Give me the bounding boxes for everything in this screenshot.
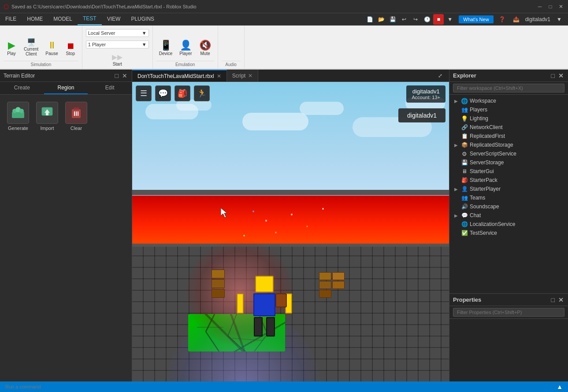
simulation-label: Simulation [4,61,78,67]
chat-expand-icon[interactable]: ▶ [453,212,459,218]
properties-close-button[interactable]: ✕ [557,296,564,303]
explorer-close-button[interactable]: ✕ [557,72,564,79]
share-icon[interactable]: 📤 [511,14,522,25]
viewport[interactable]: ☰ 💬 🎒 🏃 digitaladv1 Account: 13+ digital… [132,82,449,381]
close-button[interactable]: ✕ [557,3,564,10]
editor-tab-main-close[interactable]: ✕ [217,73,221,79]
menu-file[interactable]: FILE [0,13,22,25]
tree-item-localizationservice[interactable]: 🌐 LocalizationService [449,220,568,229]
tree-item-networkclient[interactable]: 🔗 NetworkClient [449,123,568,132]
tree-item-teams[interactable]: 👥 Teams [449,193,568,202]
start-icon: ▶▶ [112,54,123,61]
start-button[interactable]: ▶▶ Start [108,52,126,69]
terrain-tab-create[interactable]: Create [0,82,44,94]
char-backpack [275,293,287,307]
workspace-expand-icon[interactable]: ▶ [453,98,459,104]
tree-item-workspace[interactable]: ▶ 🌐 Workspace [449,96,568,105]
editor-tabs-right: ⤢ [435,70,449,81]
starterplayer-expand-icon[interactable]: ▶ [453,186,459,192]
new-file-icon[interactable]: 📄 [364,14,375,25]
generate-label: Generate [8,126,28,131]
chat-label: Chat [470,212,481,218]
properties-search-input[interactable] [453,308,564,317]
device-button[interactable]: 📱 Device [156,39,175,58]
command-input[interactable] [5,384,553,389]
properties-restore-button[interactable]: □ [550,296,556,303]
stop-button[interactable]: ⏹ Stop [63,40,78,58]
tree-item-lighting[interactable]: 💡 Lighting [449,114,568,123]
brick [212,279,225,288]
menu-test[interactable]: TEST [78,13,102,25]
tree-item-chat[interactable]: ▶ 💬 Chat [449,211,568,220]
networkclient-icon: 🔗 [461,124,468,131]
editor-tab-script[interactable]: Script ✕ [227,70,259,81]
editor-tab-script-close[interactable]: ✕ [248,73,252,79]
tree-item-soundscape[interactable]: 🔊 Soundscape [449,202,568,211]
clear-tool[interactable]: Clear [65,102,87,131]
local-server-dropdown[interactable]: Local Server ▼ [86,29,149,37]
explorer-search-input[interactable] [453,84,564,92]
tree-item-startergui[interactable]: 🖥 StarterGui [449,167,568,176]
tree-item-serverscriptservice[interactable]: ⚙ ServerScriptService [449,149,568,158]
account-chevron-icon[interactable]: ▼ [554,14,564,25]
local-server-label: Local Server [88,30,115,36]
menu-button[interactable]: ☰ [136,85,152,101]
player-count-dropdown[interactable]: 1 Player ▼ [86,41,149,48]
undo-icon[interactable]: ↩ [399,14,409,25]
editor-tab-main[interactable]: Don'tTouchTheLavaMidStart.rbxl ✕ [132,70,227,81]
open-file-icon[interactable]: 📂 [376,14,386,25]
terrain-tab-region[interactable]: Region [44,82,88,94]
maximize-button[interactable]: □ [547,3,554,10]
import-label: Import [40,126,54,131]
pause-button[interactable]: ⏸ Pause [43,39,60,58]
char-torso [253,293,275,316]
save-file-icon[interactable]: 💾 [387,14,398,25]
top-right-area: 📄 📂 💾 ↩ ↪ 🕐 ■ ▼ What's New ❓ 📤 digitalad… [364,14,568,25]
play-button[interactable]: ▶ Play [4,39,19,58]
roblox-logo: ⬡ [4,3,9,10]
mouse-cursor [221,208,230,221]
minimize-button[interactable]: ─ [536,3,543,10]
maximize-editor-button[interactable]: ⤢ [435,70,445,81]
whats-new-button[interactable]: What's New [459,15,493,23]
replicatedstorage-icon: 📦 [461,141,468,148]
current-client-button[interactable]: 🖥️ CurrentClient [21,37,41,58]
player-button[interactable]: 👤 Player [177,39,194,58]
tree-item-testservice[interactable]: ✅ TestService [449,229,568,237]
char-legs [245,317,284,337]
menu-home[interactable]: HOME [22,13,48,25]
replicatedstorage-expand-icon[interactable]: ▶ [453,142,459,148]
extra-settings-icon[interactable]: ▼ [445,14,455,25]
import-tool[interactable]: Import [36,102,58,131]
help-icon[interactable]: ❓ [497,14,508,25]
soundscape-icon: 🔊 [461,203,468,210]
backpack-button[interactable]: 🎒 [174,85,190,101]
tree-item-replicatedstorage[interactable]: ▶ 📦 ReplicatedStorage [449,141,568,149]
menu-view[interactable]: VIEW [102,13,126,25]
device-label: Device [159,51,173,56]
expand-bottombar-button[interactable]: ▲ [557,383,563,390]
explorer-header: Explorer □ ✕ [449,70,568,82]
startergui-label: StarterGui [470,168,494,174]
redo-icon[interactable]: ↪ [410,14,421,25]
terrain-restore-button[interactable]: □ [114,72,119,79]
settings-icon[interactable]: ■ [433,14,444,25]
tree-item-players[interactable]: 👥 Players [449,105,568,114]
mute-icon: 🔇 [199,41,211,50]
tree-item-replicatedfirst[interactable]: 📋 ReplicatedFirst [449,132,568,141]
terrain-close-button[interactable]: ✕ [121,72,128,79]
tree-item-starterplayer[interactable]: ▶ 👤 StarterPlayer [449,185,568,193]
mute-button[interactable]: 🔇 Mute [197,39,214,58]
chat-button[interactable]: 💬 [155,85,171,101]
history-icon[interactable]: 🕐 [422,14,432,25]
tree-item-starterpack[interactable]: 🎒 StarterPack [449,176,568,185]
explorer-header-buttons: □ ✕ [550,72,564,79]
character-button[interactable]: 🏃 [194,85,210,101]
menu-model[interactable]: MODEL [48,13,78,25]
terrain-tab-edit[interactable]: Edit [88,82,132,94]
generate-tool[interactable]: Generate [7,102,29,131]
editor-tab-main-label: Don'tTouchTheLavaMidStart.rbxl [137,73,214,79]
tree-item-serverstorage[interactable]: 💾 ServerStorage [449,158,568,167]
menu-plugins[interactable]: PLUGINS [126,13,160,25]
explorer-restore-button[interactable]: □ [550,72,556,79]
